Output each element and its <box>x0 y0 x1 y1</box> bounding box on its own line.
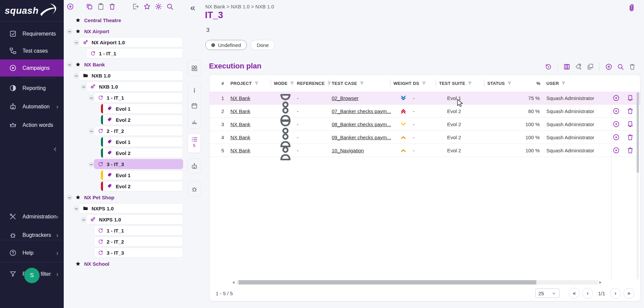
column-header[interactable]: REFERENCE <box>297 79 332 87</box>
strip-item[interactable] <box>188 181 201 197</box>
collapse-toggle[interactable] <box>67 29 72 34</box>
pager-button[interactable]: › <box>610 288 621 299</box>
tree-node[interactable]: Evol 1 <box>101 104 183 114</box>
sidebar-item[interactable]: Campaigns <box>0 59 64 76</box>
assigned-user[interactable]: Squash Administrator <box>546 108 606 114</box>
collapse-toggle[interactable] <box>67 62 72 67</box>
sidebar-item[interactable]: Automation › <box>0 98 64 115</box>
test-suite-value[interactable]: Evol 2 <box>439 148 487 153</box>
column-header[interactable]: % <box>518 79 546 87</box>
test-case-link[interactable]: 08_Banker checks paym... <box>332 121 391 127</box>
project-link[interactable]: NX Bank <box>230 108 250 114</box>
pager-button[interactable]: « <box>569 288 580 299</box>
strip-item[interactable] <box>188 83 201 98</box>
run-icon[interactable] <box>612 120 620 128</box>
collapse-toggle[interactable] <box>67 195 72 200</box>
tree-node[interactable]: 3 - IT_3 <box>94 248 183 258</box>
filter-icon[interactable] <box>468 81 472 86</box>
sidebar-item[interactable]: Test cases <box>0 42 64 59</box>
sidebar-item[interactable]: Requirements <box>0 25 64 42</box>
horizontal-scrollbar-track[interactable] <box>236 280 598 285</box>
scroll-left-icon[interactable] <box>232 281 234 284</box>
column-header[interactable]: STATUS <box>487 79 518 87</box>
pager-button[interactable]: ‹ <box>582 288 593 299</box>
column-header[interactable]: TEST SUITE <box>439 79 487 87</box>
table-row[interactable]: 5 NX Bank - 10_Navigation - Evol 2 100 %… <box>210 144 640 157</box>
test-case-link[interactable]: 07_Banker checks paym... <box>332 108 391 114</box>
plan-toolbar-button[interactable] <box>563 63 571 70</box>
test-suite-value[interactable]: Evol 2 <box>439 108 487 114</box>
assigned-user[interactable]: Squash Administrator <box>546 95 606 101</box>
scroll-right-icon[interactable] <box>599 281 601 284</box>
column-header[interactable]: PROJECT <box>230 79 274 87</box>
project-link[interactable]: NX Bank <box>230 121 250 127</box>
filter-icon[interactable] <box>507 81 512 86</box>
project-link[interactable]: NX Bank <box>230 148 250 153</box>
tree-node[interactable]: 2 - IT_2 <box>94 126 183 136</box>
project-link[interactable]: NX Bank <box>230 135 250 140</box>
sidebar-item[interactable]: Administration › <box>0 208 64 225</box>
iteration-status-pill[interactable]: Undefined <box>205 40 247 50</box>
delete-icon[interactable] <box>627 107 634 115</box>
collapse-toggle[interactable] <box>89 162 94 167</box>
plan-toolbar-button[interactable] <box>605 63 612 70</box>
test-case-link[interactable]: 09_Banker checks paym... <box>332 135 391 140</box>
strip-item[interactable] <box>188 113 201 129</box>
column-header[interactable]: USER <box>546 79 606 87</box>
tree-node[interactable]: Evol 2 <box>101 181 183 191</box>
run-icon[interactable] <box>612 107 620 115</box>
tree-node[interactable]: Evol 2 <box>101 148 183 158</box>
tree-node[interactable]: Evol 2 <box>101 115 183 125</box>
plan-toolbar-button[interactable] <box>575 63 582 70</box>
assigned-user[interactable]: Squash Administrator <box>546 135 606 140</box>
delete-icon[interactable] <box>627 134 634 141</box>
tree-node[interactable]: Evol 1 <box>101 170 183 180</box>
tree-node[interactable]: 2 - IT_2 <box>94 237 183 247</box>
tree-node[interactable]: Evol 1 <box>101 137 183 147</box>
collapse-toggle[interactable] <box>89 129 94 134</box>
tree-node[interactable]: 1 - IT_1 <box>94 93 183 103</box>
tree-node[interactable]: Central Theatre <box>75 15 183 25</box>
tree-node[interactable]: NXPS 1.0 <box>79 203 183 213</box>
test-case-link[interactable]: 02_Browser <box>332 95 359 101</box>
tree-node[interactable]: NXPS 1.0 <box>86 214 183 224</box>
tree-node[interactable]: NX Bank <box>75 59 183 69</box>
tree-node[interactable]: NX Pet Shop <box>75 192 183 202</box>
tree-node[interactable]: 1 - IT_1 <box>94 225 183 236</box>
tree-node[interactable]: NX Airport <box>75 26 183 36</box>
tree-node[interactable]: 3 - IT_3 <box>94 159 183 169</box>
done-pill[interactable]: Done <box>251 40 275 50</box>
test-suite-value[interactable]: Evol 2 <box>439 135 487 140</box>
run-icon[interactable] <box>612 134 620 141</box>
vertical-scrollbar-thumb[interactable] <box>637 92 639 173</box>
sidebar-item[interactable]: Bugtrackers › <box>0 226 64 244</box>
collapse-toggle[interactable] <box>74 40 79 45</box>
collapse-toggle[interactable] <box>74 73 79 78</box>
user-avatar[interactable]: S <box>24 268 40 283</box>
column-header[interactable]: # <box>215 79 230 87</box>
tree-node[interactable]: 1 - IT_1 <box>86 48 183 58</box>
assigned-user[interactable]: Squash Administrator <box>546 121 606 127</box>
collapse-toggle[interactable] <box>74 206 79 211</box>
collapse-panel-icon[interactable]: « <box>190 3 195 13</box>
strip-item[interactable]: 5 <box>188 134 201 149</box>
sidebar-item[interactable]: Action words <box>0 116 64 134</box>
column-header[interactable]: TEST CASE <box>332 79 393 87</box>
tree-toolbar-button[interactable] <box>66 3 74 10</box>
column-header[interactable]: DS <box>413 79 439 87</box>
delete-icon[interactable] <box>627 147 634 154</box>
sidebar-item[interactable]: Reporting <box>0 80 64 97</box>
assigned-user[interactable]: Squash Administrator <box>546 148 606 153</box>
plan-toolbar-button[interactable] <box>629 63 636 70</box>
collapse-toggle[interactable] <box>81 217 86 222</box>
page-size-select[interactable]: 25 <box>535 289 559 298</box>
plan-toolbar-button[interactable] <box>617 63 624 70</box>
plan-toolbar-button[interactable] <box>545 63 552 70</box>
collapse-toggle[interactable] <box>81 84 86 89</box>
filter-icon[interactable] <box>360 81 364 86</box>
filter-icon[interactable] <box>561 81 566 86</box>
collapse-toggle[interactable] <box>89 95 94 100</box>
project-link[interactable]: NX Bank <box>230 95 250 101</box>
column-header[interactable]: WEIGHT <box>393 79 413 87</box>
filter-icon[interactable] <box>327 81 332 86</box>
